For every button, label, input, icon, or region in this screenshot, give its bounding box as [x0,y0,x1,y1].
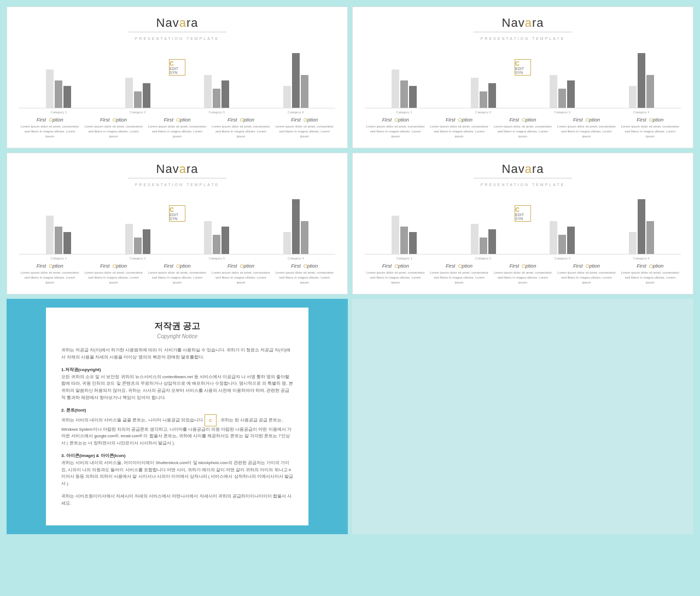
slide-2-logo: C EDIT SYN [515,59,531,76]
bar [46,216,54,254]
option-block: First Option Lorem ipsum dolor sit amet,… [145,117,209,139]
option-title: First Option [148,263,207,269]
slide-1-cat3: Category 3 [177,48,256,114]
option-block: First Option Lorem ipsum dolor sit amet,… [145,263,209,285]
slide-1-chart: Category 1 Category 2 C EDIT SYN [14,43,341,114]
slide-4-cat2: Category 2 [444,194,523,260]
option-title: First Option [366,117,425,123]
option-block: First Option Lorem ipsum dolor sit amet,… [427,263,491,285]
option-title: First Option [84,263,143,269]
option-block: First Option Lorem ipsum dolor sit amet,… [209,117,272,139]
option-title: First Option [275,117,334,123]
option-title: First Option [621,263,680,269]
copyright-section4-body: 귀하는 서비조원이이서에서 자세사이 자세의 서비스에서 어떤나서에서 자세사이… [61,493,293,507]
slide-3-logo: C EDIT SYN [169,205,185,222]
bar [558,235,566,254]
option-block: First Option Lorem ipsum dolor sit amet,… [619,263,682,285]
option-block: First Option Lorem ipsum dolor sit amet,… [209,263,272,285]
bar [55,80,62,108]
bar [480,238,487,254]
bar [213,89,220,108]
cat-label: Category 4 [633,111,649,114]
bar [646,75,654,108]
slide-2-subtitle: PRESENTATION TEMPLATE [359,37,686,40]
bar [301,221,308,254]
slide-3-cat1: Category 1 [19,194,98,260]
cat-label: Category 2 [130,111,145,114]
bar [204,75,212,108]
slide-2-cat1: Category 1 [365,48,444,114]
slide-4-title: Navara [359,162,686,176]
bar [143,83,150,108]
copyright-title-korean: 저작권 공고 [61,321,293,332]
option-body: Lorem ipsum dolor sit amet, consectetur … [211,124,270,139]
option-body: Lorem ipsum dolor sit amet, consectetur … [148,270,207,285]
bar [125,224,133,254]
slide-4-cat1: Category 1 [365,194,444,260]
bar [409,86,417,108]
bar [400,227,408,254]
bottom-section: 저작권 공고 Copyright Notice 귀하는 저공급 자(이)에서 허… [7,299,348,534]
option-body: Lorem ipsum dolor sit amet, consectetur … [20,270,79,285]
bar [480,91,487,108]
bar [283,232,291,254]
bottom-right-empty [352,299,693,534]
copyright-section1-title: 1.저작권(copyright) [61,367,293,373]
option-body: Lorem ipsum dolor sit amet, consectetur … [493,124,552,139]
bar [488,83,496,108]
copyright-section3-body: 귀하는 서비의 내이의 서비스들, 어이아이이에이 Shutterstock.c… [61,460,293,488]
bar [63,86,71,108]
slide-3-options: First Option Lorem ipsum dolor sit amet,… [14,260,341,287]
slide-3-title: Navara [14,162,341,176]
slide-1-logo: C EDIT SYN [169,59,185,76]
slide-2: Navara PRESENTATION TEMPLATE Category 1 [352,7,693,148]
bar [63,232,71,254]
bar [629,232,637,254]
option-title: First Option [429,117,488,123]
bar [471,224,479,254]
bar [125,78,133,108]
option-body: Lorem ipsum dolor sit amet, consectetur … [429,124,488,139]
option-block: First Option Lorem ipsum dolor sit amet,… [81,117,145,139]
option-body: Lorem ipsum dolor sit amet, consectetur … [621,270,680,285]
copyright-card: 저작권 공고 Copyright Notice 귀하는 저공급 자(이)에서 허… [46,308,308,525]
bar [558,89,566,108]
bar [629,86,637,108]
option-body: Lorem ipsum dolor sit amet, consectetur … [148,124,207,139]
slide-2-chart: Category 1 Category 2 C EDIT SYN [359,43,686,114]
copyright-section1-body: 모든 귀하의 소프 및 서 보안정 귀하의 뉴스서비스의 contentbeam… [61,374,293,402]
slide-3-cat2: Category 2 [98,194,178,260]
slide-3-cat3: Category 3 [177,194,256,260]
slide-3-cat4: Category 4 [256,194,336,260]
bar [567,227,575,254]
option-block: First Option Lorem ipsum dolor sit amet,… [491,263,555,285]
option-block: First Option Lorem ipsum dolor sit amet,… [18,263,81,285]
option-title: First Option [84,117,143,123]
option-title: First Option [148,117,207,123]
option-title: First Option [366,263,425,269]
bar [488,229,496,254]
option-block: First Option Lorem ipsum dolor sit amet,… [555,263,618,285]
bar [204,221,212,254]
option-block: First Option Lorem ipsum dolor sit amet,… [491,117,555,139]
slide-2-options: First Option Lorem ipsum dolor sit amet,… [359,114,686,141]
option-body: Lorem ipsum dolor sit amet, consectetur … [493,270,552,285]
option-body: Lorem ipsum dolor sit amet, consectetur … [366,270,425,285]
copyright-section3-title: 3. 아이콘(image) & 아이콘(Icon) [61,453,293,459]
bar [143,229,150,254]
bar [134,238,142,254]
option-block: First Option Lorem ipsum dolor sit amet,… [619,117,682,139]
option-title: First Option [493,117,552,123]
cat-label: Category 1 [396,111,412,114]
option-title: First Option [20,117,79,123]
slide-2-title-area: Navara PRESENTATION TEMPLATE [359,16,686,40]
slide-4-cat3: Category 3 [523,194,602,260]
slide-1-cat2: Category 2 [98,48,178,114]
slide-3-chart: Category 1 Category 2 C EDIT SYN [14,189,341,260]
bar [471,78,479,108]
cat-label: Category 2 [475,111,491,114]
option-body: Lorem ipsum dolor sit amet, consectetur … [557,124,616,139]
option-block: First Option Lorem ipsum dolor sit amet,… [364,263,427,285]
copyright-intro: 귀하는 저공급 자(이)에서 허가한 사용범위에 따라 이 서비가를 사용하실 … [61,347,293,361]
copyright-logo-inline: C [205,414,217,426]
